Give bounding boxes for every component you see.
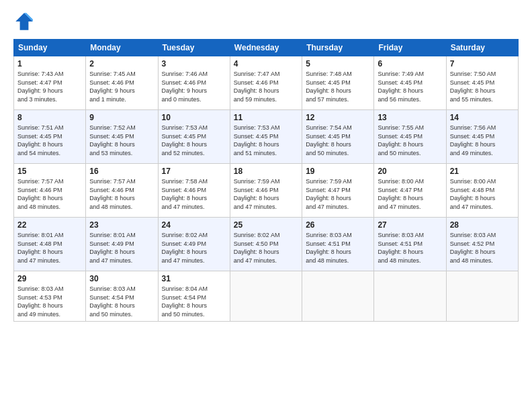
day-number: 20 [378,167,442,176]
day-info: Sunrise: 8:02 AM Sunset: 4:49 PM Dayligh… [162,231,226,265]
day-number: 14 [450,113,515,122]
day-info: Sunrise: 7:50 AM Sunset: 4:45 PM Dayligh… [450,70,515,103]
calendar-cell: 2Sunrise: 7:45 AM Sunset: 4:46 PM Daylig… [86,56,158,110]
day-number: 21 [450,167,515,176]
day-info: Sunrise: 7:45 AM Sunset: 4:46 PM Dayligh… [89,70,154,103]
calendar-cell: 6Sunrise: 7:49 AM Sunset: 4:45 PM Daylig… [374,56,446,110]
day-info: Sunrise: 7:52 AM Sunset: 4:45 PM Dayligh… [89,124,154,157]
day-info: Sunrise: 8:03 AM Sunset: 4:51 PM Dayligh… [378,231,442,265]
logo [13,11,38,32]
day-info: Sunrise: 7:51 AM Sunset: 4:45 PM Dayligh… [17,124,82,157]
day-info: Sunrise: 7:56 AM Sunset: 4:45 PM Dayligh… [450,124,515,157]
day-number: 23 [89,220,154,230]
calendar-cell: 8Sunrise: 7:51 AM Sunset: 4:45 PM Daylig… [14,110,86,164]
day-number: 12 [306,113,370,122]
calendar-cell: 22Sunrise: 8:01 AM Sunset: 4:48 PM Dayli… [14,218,86,271]
calendar-cell: 11Sunrise: 7:53 AM Sunset: 4:45 PM Dayli… [230,110,302,164]
calendar-cell: 23Sunrise: 8:01 AM Sunset: 4:49 PM Dayli… [86,218,158,271]
day-info: Sunrise: 7:43 AM Sunset: 4:47 PM Dayligh… [17,70,82,103]
calendar-cell: 30Sunrise: 8:03 AM Sunset: 4:54 PM Dayli… [86,271,158,322]
day-info: Sunrise: 7:59 AM Sunset: 4:46 PM Dayligh… [234,177,298,211]
day-number: 28 [450,220,515,230]
calendar-cell: 15Sunrise: 7:57 AM Sunset: 4:46 PM Dayli… [14,164,86,218]
day-number: 4 [234,59,298,68]
day-info: Sunrise: 7:46 AM Sunset: 4:46 PM Dayligh… [162,70,226,103]
day-info: Sunrise: 8:03 AM Sunset: 4:53 PM Dayligh… [17,285,82,318]
day-info: Sunrise: 7:59 AM Sunset: 4:47 PM Dayligh… [306,177,370,211]
day-number: 11 [234,113,298,122]
weekday-header-thursday: Thursday [302,40,374,56]
calendar-cell: 27Sunrise: 8:03 AM Sunset: 4:51 PM Dayli… [374,218,446,271]
day-number: 18 [234,167,298,176]
day-number: 6 [378,59,442,68]
day-info: Sunrise: 7:57 AM Sunset: 4:46 PM Dayligh… [89,177,154,211]
weekday-header-monday: Monday [86,40,158,56]
calendar-cell: 4Sunrise: 7:47 AM Sunset: 4:46 PM Daylig… [230,56,302,110]
day-number: 13 [378,113,442,122]
day-info: Sunrise: 8:02 AM Sunset: 4:50 PM Dayligh… [234,231,298,265]
calendar-cell [374,271,446,322]
logo-icon [13,11,35,32]
day-number: 19 [306,167,370,176]
day-number: 9 [89,113,154,122]
calendar-cell: 31Sunrise: 8:04 AM Sunset: 4:54 PM Dayli… [158,271,230,322]
day-info: Sunrise: 8:04 AM Sunset: 4:54 PM Dayligh… [162,285,226,318]
calendar-cell: 20Sunrise: 8:00 AM Sunset: 4:47 PM Dayli… [374,164,446,218]
day-number: 22 [17,220,82,230]
day-number: 24 [162,220,226,230]
day-info: Sunrise: 8:00 AM Sunset: 4:47 PM Dayligh… [378,177,442,211]
calendar-cell: 17Sunrise: 7:58 AM Sunset: 4:46 PM Dayli… [158,164,230,218]
day-info: Sunrise: 7:47 AM Sunset: 4:46 PM Dayligh… [234,70,298,103]
calendar-cell: 13Sunrise: 7:55 AM Sunset: 4:45 PM Dayli… [374,110,446,164]
day-number: 26 [306,220,370,230]
day-info: Sunrise: 7:49 AM Sunset: 4:45 PM Dayligh… [378,70,442,103]
calendar-cell: 10Sunrise: 7:53 AM Sunset: 4:45 PM Dayli… [158,110,230,164]
calendar-cell: 24Sunrise: 8:02 AM Sunset: 4:49 PM Dayli… [158,218,230,271]
day-number: 5 [306,59,370,68]
calendar-cell: 29Sunrise: 8:03 AM Sunset: 4:53 PM Dayli… [14,271,86,322]
calendar-cell: 26Sunrise: 8:03 AM Sunset: 4:51 PM Dayli… [302,218,374,271]
calendar-cell: 18Sunrise: 7:59 AM Sunset: 4:46 PM Dayli… [230,164,302,218]
calendar-cell: 12Sunrise: 7:54 AM Sunset: 4:45 PM Dayli… [302,110,374,164]
day-info: Sunrise: 8:03 AM Sunset: 4:54 PM Dayligh… [89,285,154,318]
calendar-cell: 14Sunrise: 7:56 AM Sunset: 4:45 PM Dayli… [446,110,518,164]
day-info: Sunrise: 7:58 AM Sunset: 4:46 PM Dayligh… [162,177,226,211]
day-number: 15 [17,167,82,176]
day-info: Sunrise: 8:03 AM Sunset: 4:52 PM Dayligh… [450,231,515,265]
day-info: Sunrise: 7:53 AM Sunset: 4:45 PM Dayligh… [162,124,226,157]
calendar-cell: 1Sunrise: 7:43 AM Sunset: 4:47 PM Daylig… [14,56,86,110]
day-number: 8 [17,113,82,122]
day-number: 16 [89,167,154,176]
day-info: Sunrise: 7:55 AM Sunset: 4:45 PM Dayligh… [378,124,442,157]
day-info: Sunrise: 8:03 AM Sunset: 4:51 PM Dayligh… [306,231,370,265]
calendar-cell [302,271,374,322]
calendar-cell: 21Sunrise: 8:00 AM Sunset: 4:48 PM Dayli… [446,164,518,218]
day-number: 7 [450,59,515,68]
calendar-table: SundayMondayTuesdayWednesdayThursdayFrid… [13,39,519,322]
day-number: 29 [17,274,82,283]
calendar-cell: 5Sunrise: 7:48 AM Sunset: 4:45 PM Daylig… [302,56,374,110]
day-number: 30 [89,274,154,283]
calendar-cell: 25Sunrise: 8:02 AM Sunset: 4:50 PM Dayli… [230,218,302,271]
day-info: Sunrise: 8:01 AM Sunset: 4:48 PM Dayligh… [17,231,82,265]
day-info: Sunrise: 7:53 AM Sunset: 4:45 PM Dayligh… [234,124,298,157]
day-info: Sunrise: 7:48 AM Sunset: 4:45 PM Dayligh… [306,70,370,103]
calendar-cell [230,271,302,322]
day-number: 10 [162,113,226,122]
calendar-cell [446,271,518,322]
calendar-cell: 19Sunrise: 7:59 AM Sunset: 4:47 PM Dayli… [302,164,374,218]
day-number: 31 [162,274,226,283]
day-info: Sunrise: 8:00 AM Sunset: 4:48 PM Dayligh… [450,177,515,211]
page-header [13,11,519,32]
day-number: 2 [89,59,154,68]
day-info: Sunrise: 8:01 AM Sunset: 4:49 PM Dayligh… [89,231,154,265]
day-number: 27 [378,220,442,230]
day-number: 1 [17,59,82,68]
calendar-cell: 28Sunrise: 8:03 AM Sunset: 4:52 PM Dayli… [446,218,518,271]
calendar-cell: 3Sunrise: 7:46 AM Sunset: 4:46 PM Daylig… [158,56,230,110]
svg-marker-0 [15,13,33,30]
day-number: 3 [162,59,226,68]
weekday-header-wednesday: Wednesday [230,40,302,56]
weekday-header-friday: Friday [374,40,446,56]
day-info: Sunrise: 7:57 AM Sunset: 4:46 PM Dayligh… [17,177,82,211]
